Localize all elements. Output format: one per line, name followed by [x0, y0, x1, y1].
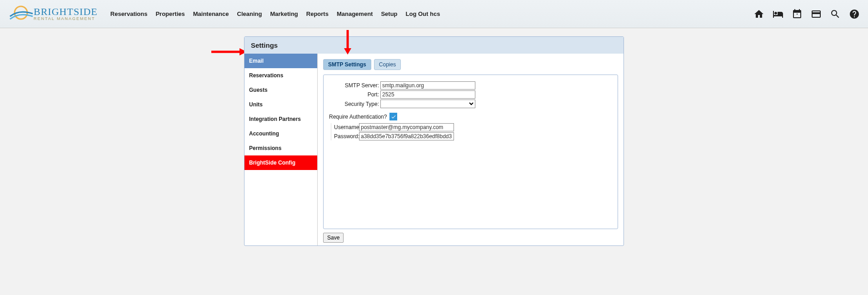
sidebar-item-permissions[interactable]: Permissions	[244, 141, 317, 155]
home-icon[interactable]	[753, 9, 764, 20]
card-icon[interactable]	[811, 9, 822, 20]
nav-maintenance[interactable]: Maintenance	[193, 10, 229, 17]
main-content: Settings Email Reservations Guests Units…	[0, 28, 868, 246]
panel-title: Settings	[244, 37, 624, 54]
settings-content: SMTP Settings Copies SMTP Server: Port: …	[318, 54, 624, 245]
tab-smtp-settings[interactable]: SMTP Settings	[323, 59, 371, 70]
nav-setup[interactable]: Setup	[381, 10, 397, 17]
app-header: BRIGHTSIDE RENTAL MANAGEMENT Reservation…	[0, 0, 868, 28]
calendar-icon[interactable]	[792, 9, 803, 20]
nav-reservations[interactable]: Reservations	[110, 10, 148, 17]
annotation-arrow-tab	[344, 30, 351, 56]
sidebar-item-brightside-config[interactable]: BrightSide Config	[244, 155, 317, 170]
bed-icon[interactable]	[773, 9, 783, 20]
sidebar-item-reservations[interactable]: Reservations	[244, 68, 317, 83]
checkbox-require-auth[interactable]	[389, 113, 397, 120]
input-username[interactable]	[359, 123, 454, 131]
sidebar-item-email[interactable]: Email	[244, 54, 317, 68]
select-security-type[interactable]	[380, 100, 475, 108]
svg-rect-1	[797, 14, 798, 15]
label-password: Password:	[334, 133, 359, 140]
auth-fields: Username: Password:	[331, 123, 612, 140]
main-nav: Reservations Properties Maintenance Clea…	[110, 10, 440, 17]
input-port[interactable]	[380, 90, 475, 99]
nav-logout[interactable]: Log Out hcs	[406, 10, 440, 17]
help-icon[interactable]	[849, 9, 860, 20]
search-icon[interactable]	[830, 9, 841, 20]
header-icons	[753, 9, 860, 20]
svg-marker-5	[344, 48, 351, 55]
tab-row: SMTP Settings Copies	[323, 59, 618, 70]
nav-reports[interactable]: Reports	[306, 10, 329, 17]
sidebar-item-integration-partners[interactable]: Integration Partners	[244, 112, 317, 126]
label-port: Port:	[329, 91, 380, 98]
sidebar-item-units[interactable]: Units	[244, 97, 317, 112]
nav-management[interactable]: Management	[337, 10, 373, 17]
smtp-form: SMTP Server: Port: Security Type: Requir…	[323, 75, 618, 229]
label-security-type: Security Type:	[329, 101, 380, 107]
nav-marketing[interactable]: Marketing	[270, 10, 298, 17]
tab-copies[interactable]: Copies	[374, 59, 401, 70]
settings-sidebar: Email Reservations Guests Units Integrat…	[244, 54, 318, 245]
nav-cleaning[interactable]: Cleaning	[237, 10, 262, 17]
logo-main-text: BRIGHTSIDE	[34, 7, 98, 17]
input-password[interactable]	[359, 132, 454, 140]
logo[interactable]: BRIGHTSIDE RENTAL MANAGEMENT	[7, 3, 98, 25]
input-smtp-server[interactable]	[380, 81, 475, 90]
save-button[interactable]: Save	[323, 233, 344, 243]
settings-panel: Settings Email Reservations Guests Units…	[244, 36, 624, 246]
label-username: Username:	[334, 124, 359, 130]
logo-icon	[7, 3, 35, 25]
sidebar-item-accounting[interactable]: Accounting	[244, 126, 317, 141]
label-smtp-server: SMTP Server:	[329, 82, 380, 89]
logo-sub-text: RENTAL MANAGEMENT	[34, 17, 98, 21]
sidebar-item-guests[interactable]: Guests	[244, 83, 317, 97]
label-require-auth: Require Authentication?	[329, 114, 387, 120]
nav-properties[interactable]: Properties	[155, 10, 185, 17]
annotation-arrow-sidebar	[211, 48, 247, 55]
